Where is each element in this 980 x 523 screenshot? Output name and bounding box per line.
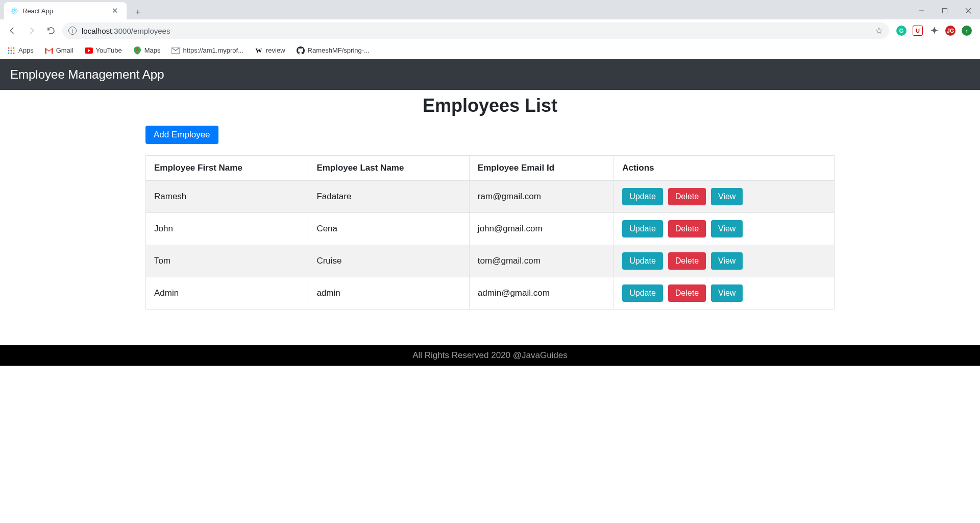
app-navbar: Employee Management App <box>0 59 980 90</box>
cell-actions: UpdateDeleteView <box>614 245 835 277</box>
browser-tab[interactable]: React App ✕ <box>4 2 127 19</box>
profile-icon[interactable]: JG <box>945 26 955 36</box>
browser-toolbar: i localhost:3000/employees ☆ G U ✦ JG ↑ <box>0 19 980 42</box>
update-button[interactable]: Update <box>622 252 663 270</box>
table-header-row: Employee First Name Employee Last Name E… <box>146 156 835 181</box>
add-button-wrap: Add Employee <box>145 126 835 144</box>
svg-point-14 <box>8 52 10 54</box>
delete-button[interactable]: Delete <box>668 220 706 237</box>
bookmark-label: review <box>266 46 285 54</box>
cell-actions: UpdateDeleteView <box>614 181 835 213</box>
bookmark-apps[interactable]: Apps <box>7 46 34 55</box>
cell-last-name: admin <box>308 277 469 310</box>
view-button[interactable]: View <box>711 252 743 270</box>
browser-chrome: React App ✕ + i localhost:3000/ <box>0 0 980 59</box>
update-button[interactable]: Update <box>622 220 663 237</box>
gmail-icon <box>45 46 53 55</box>
bookmark-star-icon[interactable]: ☆ <box>875 25 883 36</box>
svg-point-16 <box>13 52 15 54</box>
wikipedia-icon: W <box>255 46 263 55</box>
delete-button[interactable]: Delete <box>668 284 706 302</box>
view-button[interactable]: View <box>711 284 743 302</box>
grammarly-icon[interactable]: G <box>896 26 906 36</box>
col-actions: Actions <box>614 156 835 181</box>
table-row: RameshFadatareram@gmail.comUpdateDeleteV… <box>146 181 835 213</box>
update-button[interactable]: Update <box>622 284 663 302</box>
extension-icons: G U ✦ JG ↑ <box>892 26 976 36</box>
cell-first-name: Ramesh <box>146 181 308 213</box>
cell-last-name: Cruise <box>308 245 469 277</box>
maximize-button[interactable] <box>933 2 957 19</box>
cell-email: ram@gmail.com <box>469 181 614 213</box>
tab-title: React App <box>22 7 106 15</box>
bookmark-label: https://am1.myprof... <box>183 46 243 54</box>
github-icon <box>297 46 305 55</box>
col-last-name: Employee Last Name <box>308 156 469 181</box>
view-button[interactable]: View <box>711 220 743 237</box>
bookmark-maps[interactable]: Maps <box>133 46 161 55</box>
bookmarks-bar: Apps Gmail YouTube Maps https://am1.mypr… <box>0 42 980 59</box>
navbar-brand: Employee Management App <box>10 67 970 82</box>
cell-actions: UpdateDeleteView <box>614 213 835 245</box>
footer: All Rights Reserved 2020 @JavaGuides <box>0 345 980 366</box>
cell-email: tom@gmail.com <box>469 245 614 277</box>
cell-last-name: Fadatare <box>308 181 469 213</box>
bookmark-label: Gmail <box>56 46 74 54</box>
footer-text: All Rights Reserved 2020 @JavaGuides <box>412 350 568 360</box>
svg-point-9 <box>11 47 12 49</box>
delete-button[interactable]: Delete <box>668 188 706 205</box>
svg-point-11 <box>8 50 10 51</box>
bookmark-label: YouTube <box>96 46 122 54</box>
svg-point-15 <box>11 52 12 54</box>
update-button[interactable]: Update <box>622 188 663 205</box>
delete-button[interactable]: Delete <box>668 252 706 270</box>
tab-close-icon[interactable]: ✕ <box>110 6 120 15</box>
close-window-button[interactable] <box>957 2 980 19</box>
mcafee-icon[interactable]: U <box>913 26 923 36</box>
page-title: Employees List <box>145 95 835 116</box>
col-first-name: Employee First Name <box>146 156 308 181</box>
cell-first-name: Tom <box>146 245 308 277</box>
table-row: TomCruisetom@gmail.comUpdateDeleteView <box>146 245 835 277</box>
view-button[interactable]: View <box>711 188 743 205</box>
reload-button[interactable] <box>43 22 59 39</box>
svg-point-8 <box>8 47 10 49</box>
youtube-icon <box>85 46 93 55</box>
envelope-icon <box>172 46 180 55</box>
tab-strip: React App ✕ + <box>0 0 980 19</box>
bookmark-am1[interactable]: https://am1.myprof... <box>172 46 243 55</box>
back-button[interactable] <box>4 22 20 39</box>
main-container: Employees List Add Employee Employee Fir… <box>145 95 835 310</box>
add-employee-button[interactable]: Add Employee <box>145 126 218 144</box>
minimize-button[interactable] <box>910 2 933 19</box>
window-controls <box>910 2 980 19</box>
extensions-icon[interactable]: ✦ <box>929 26 939 36</box>
employees-table: Employee First Name Employee Last Name E… <box>145 155 835 310</box>
svg-rect-5 <box>943 9 947 13</box>
bookmark-label: Apps <box>18 46 34 54</box>
cell-email: john@gmail.com <box>469 213 614 245</box>
bookmark-github[interactable]: RameshMF/spring-... <box>297 46 370 55</box>
svg-point-0 <box>14 10 15 12</box>
cell-first-name: Admin <box>146 277 308 310</box>
new-tab-button[interactable]: + <box>131 5 145 19</box>
apps-icon <box>7 46 15 55</box>
bookmark-label: Maps <box>144 46 161 54</box>
table-row: Adminadminadmin@gmail.comUpdateDeleteVie… <box>146 277 835 310</box>
col-email: Employee Email Id <box>469 156 614 181</box>
bookmark-youtube[interactable]: YouTube <box>85 46 122 55</box>
svg-point-12 <box>11 50 12 51</box>
cell-first-name: John <box>146 213 308 245</box>
svg-point-13 <box>13 50 15 51</box>
forward-button[interactable] <box>23 22 40 39</box>
cell-actions: UpdateDeleteView <box>614 277 835 310</box>
bookmark-label: RameshMF/spring-... <box>308 46 370 54</box>
react-icon <box>10 7 18 15</box>
svg-point-10 <box>13 47 15 49</box>
bookmark-gmail[interactable]: Gmail <box>45 46 74 55</box>
address-bar[interactable]: i localhost:3000/employees ☆ <box>62 22 889 39</box>
site-info-icon[interactable]: i <box>68 27 77 35</box>
url-text: localhost:3000/employees <box>82 27 170 35</box>
update-icon[interactable]: ↑ <box>962 26 972 36</box>
bookmark-review[interactable]: W review <box>255 46 285 55</box>
